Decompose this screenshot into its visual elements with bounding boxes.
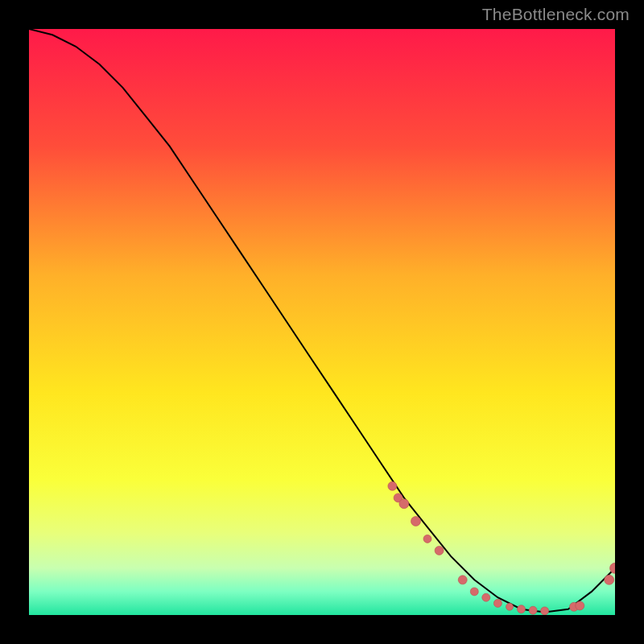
data-point (482, 593, 490, 601)
data-point (576, 601, 584, 610)
chart-svg (29, 29, 615, 615)
data-point (411, 517, 421, 526)
data-point (435, 546, 444, 555)
gradient-background (29, 29, 615, 615)
data-point (506, 603, 514, 610)
plot-area (29, 29, 615, 615)
data-point (388, 481, 397, 490)
data-point (458, 576, 467, 584)
data-point (493, 599, 502, 607)
data-point (605, 575, 614, 584)
data-point (399, 499, 409, 509)
data-point (423, 535, 431, 543)
data-point (518, 605, 526, 613)
data-point (541, 607, 549, 615)
watermark-text: TheBottleneck.com (482, 5, 630, 24)
chart-frame: TheBottleneck.com (0, 0, 644, 644)
data-point (470, 588, 478, 596)
data-point (529, 606, 537, 614)
